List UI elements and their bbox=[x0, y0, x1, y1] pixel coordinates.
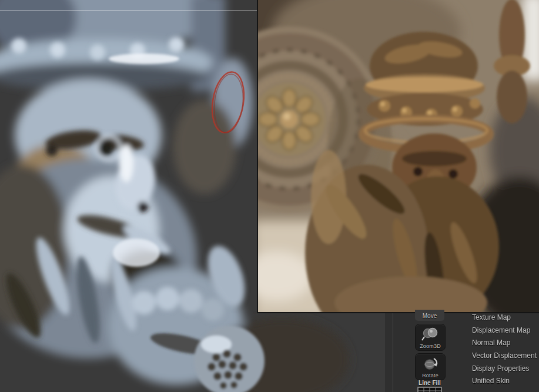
rotate-button[interactable]: Rotate bbox=[415, 353, 446, 380]
map-menu: Texture Map Displacement Map Normal Map … bbox=[472, 311, 539, 388]
rotate-icon bbox=[416, 356, 445, 371]
guide-line bbox=[0, 10, 257, 11]
tool-button-column: Move Zoom3D bbox=[414, 313, 447, 392]
menu-item-vector-displacement-map[interactable]: Vector Displacement Map bbox=[472, 350, 539, 363]
line-fill-label: Line Fill bbox=[410, 380, 449, 386]
right-panel: Move Zoom3D bbox=[385, 313, 539, 392]
menu-item-display-properties[interactable]: Display Properties bbox=[472, 363, 539, 376]
line-fill-grid-icon bbox=[417, 387, 442, 392]
app-window: Move Zoom3D bbox=[0, 0, 539, 392]
reference-photo bbox=[257, 0, 539, 313]
zoom3d-button-label: Zoom3D bbox=[416, 343, 445, 349]
zoom3d-icon bbox=[416, 327, 445, 342]
zoom3d-button[interactable]: Zoom3D bbox=[415, 324, 446, 351]
rotate-button-label: Rotate bbox=[416, 373, 445, 378]
panel-divider bbox=[393, 313, 393, 392]
menu-item-unified-skin[interactable]: Unified Skin bbox=[472, 375, 539, 388]
menu-item-texture-map[interactable]: Texture Map bbox=[472, 311, 539, 324]
menu-item-normal-map[interactable]: Normal Map bbox=[472, 337, 539, 350]
move-button[interactable]: Move bbox=[415, 310, 444, 321]
line-fill-toggle[interactable]: Line Fill bbox=[410, 380, 449, 392]
move-button-label: Move bbox=[415, 310, 444, 322]
menu-item-displacement-map[interactable]: Displacement Map bbox=[472, 324, 539, 337]
